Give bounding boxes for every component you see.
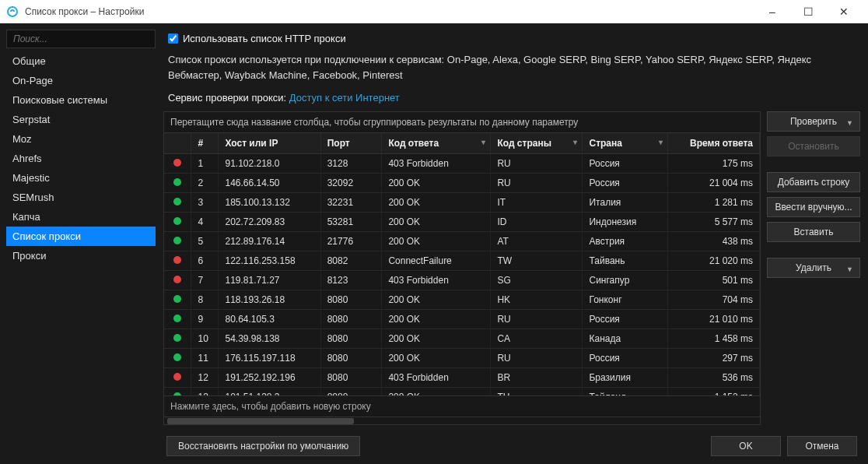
manual-entry-button[interactable]: Ввести вручную... xyxy=(767,197,860,217)
minimize-button[interactable]: – xyxy=(754,0,790,23)
cell-code: 200 OK xyxy=(382,232,491,251)
status-dot xyxy=(173,217,181,225)
action-buttons: Проверить▼ Остановить Добавить строку Вв… xyxy=(767,111,860,425)
table-row[interactable]: 8118.193.26.188080200 OKHKГонконг704 ms xyxy=(164,290,760,310)
sidebar-item[interactable]: Serpstat xyxy=(6,110,156,129)
cell-port: 8080 xyxy=(320,368,382,388)
filter-icon[interactable]: ▾ xyxy=(573,138,577,146)
cell-time: 536 ms xyxy=(667,368,759,388)
cell-code: 403 Forbidden xyxy=(382,368,491,388)
cell-country-code: BR xyxy=(491,368,583,388)
status-dot xyxy=(173,373,181,381)
col-num[interactable]: # xyxy=(191,133,219,154)
filter-icon[interactable]: ▾ xyxy=(481,138,485,146)
close-button[interactable]: ✕ xyxy=(826,0,862,23)
sidebar-item[interactable]: Поисковые системы xyxy=(6,90,156,110)
table-row[interactable]: 980.64.105.38080200 OKRUРоссия21 010 ms xyxy=(164,310,760,329)
titlebar: Список прокси – Настройки – ☐ ✕ xyxy=(0,0,868,23)
check-button[interactable]: Проверить▼ xyxy=(767,111,860,132)
cell-code: 403 Forbidden xyxy=(382,271,491,290)
cell-time: 704 ms xyxy=(667,290,759,310)
sidebar-item[interactable]: SEMrush xyxy=(6,188,156,207)
sidebar-item[interactable]: Общие xyxy=(6,51,156,71)
cell-host: 202.72.209.83 xyxy=(219,213,320,232)
status-dot xyxy=(173,237,181,244)
cell-port: 8080 xyxy=(320,349,382,368)
horizontal-scrollbar[interactable] xyxy=(164,417,760,424)
footer: Восстановить настройки по умолчанию OK О… xyxy=(163,431,860,458)
delete-button[interactable]: Удалить▼ xyxy=(767,258,860,278)
use-proxy-checkbox[interactable] xyxy=(168,33,178,44)
cell-country-code: ID xyxy=(491,213,583,232)
table-row[interactable]: 3185.100.13.13232231200 OKITИталия1 281 … xyxy=(164,193,760,213)
table-row[interactable]: 11176.115.197.1188080200 OKRUРоссия297 m… xyxy=(164,349,760,368)
sidebar-item[interactable]: Ahrefs xyxy=(6,149,156,168)
cell-host: 101.51.138.3 xyxy=(219,388,320,396)
cell-port: 8082 xyxy=(320,251,382,271)
table-row[interactable]: 1054.39.98.1388080200 OKCAКанада1 458 ms xyxy=(164,329,760,349)
col-host[interactable]: Хост или IP xyxy=(219,133,320,154)
maximize-button[interactable]: ☐ xyxy=(790,0,826,23)
sidebar: ОбщиеOn-PageПоисковые системыSerpstatMoz… xyxy=(3,26,159,461)
status-dot xyxy=(173,295,181,303)
sidebar-item[interactable]: Moz xyxy=(6,129,156,149)
add-row-button[interactable]: Добавить строку xyxy=(767,172,860,192)
table-row[interactable]: 191.102.218.03128403 ForbiddenRUРоссия17… xyxy=(164,154,760,174)
restore-defaults-button[interactable]: Восстановить настройки по умолчанию xyxy=(166,436,360,456)
cell-country: Россия xyxy=(583,310,667,329)
proxy-grid[interactable]: # Хост или IP Порт Код ответа▾ Код стран… xyxy=(164,133,760,395)
service-link[interactable]: Доступ к сети Интернет xyxy=(289,92,400,104)
sidebar-item[interactable]: Список прокси xyxy=(6,227,156,246)
group-by-hint[interactable]: Перетащите сюда название столбца, чтобы … xyxy=(164,112,760,133)
sidebar-item[interactable]: Majestic xyxy=(6,168,156,188)
app-icon xyxy=(6,5,19,18)
cell-num: 8 xyxy=(191,290,219,310)
cell-num: 2 xyxy=(191,174,219,193)
cell-country-code: TW xyxy=(491,251,583,271)
col-status[interactable] xyxy=(164,133,191,154)
sidebar-item[interactable]: On-Page xyxy=(6,71,156,90)
proxy-grid-panel: Перетащите сюда название столбца, чтобы … xyxy=(163,111,761,425)
col-country-code[interactable]: Код страны▾ xyxy=(491,133,583,154)
cell-country-code: AT xyxy=(491,232,583,251)
sidebar-item[interactable]: Прокси xyxy=(6,246,156,265)
cell-country-code: HK xyxy=(491,290,583,310)
table-row[interactable]: 7119.81.71.278123403 ForbiddenSGСингапур… xyxy=(164,271,760,290)
ok-button[interactable]: OK xyxy=(711,436,781,456)
cell-port: 8080 xyxy=(320,290,382,310)
filter-icon[interactable]: ▾ xyxy=(659,138,663,146)
col-country[interactable]: Страна▾ xyxy=(583,133,667,154)
cell-num: 9 xyxy=(191,310,219,329)
cell-num: 10 xyxy=(191,329,219,349)
cell-country: Канада xyxy=(583,329,667,349)
table-row[interactable]: 6122.116.253.1588082ConnectFailureTWТайв… xyxy=(164,251,760,271)
cancel-button[interactable]: Отмена xyxy=(787,436,857,456)
cell-code: 200 OK xyxy=(382,213,491,232)
cell-time: 175 ms xyxy=(667,154,759,174)
status-dot xyxy=(173,198,181,206)
col-code[interactable]: Код ответа▾ xyxy=(382,133,491,154)
paste-button[interactable]: Вставить xyxy=(767,222,860,242)
cell-port: 32092 xyxy=(320,174,382,193)
table-row[interactable]: 2146.66.14.5032092200 OKRUРоссия21 004 m… xyxy=(164,174,760,193)
cell-code: 200 OK xyxy=(382,310,491,329)
cell-host: 146.66.14.50 xyxy=(219,174,320,193)
svg-point-0 xyxy=(8,7,17,16)
chevron-down-icon: ▼ xyxy=(846,264,853,275)
col-port[interactable]: Порт xyxy=(320,133,382,154)
cell-time: 501 ms xyxy=(667,271,759,290)
add-row-placeholder[interactable]: Нажмите здесь, чтобы добавить новую стро… xyxy=(164,395,760,417)
table-row[interactable]: 13101.51.138.38080200 OKTHТайланд1 152 m… xyxy=(164,388,760,396)
cell-country: Тайвань xyxy=(583,251,667,271)
cell-host: 54.39.98.138 xyxy=(219,329,320,349)
sidebar-item[interactable]: Капча xyxy=(6,207,156,227)
cell-country: Бразилия xyxy=(583,368,667,388)
col-time[interactable]: Время ответа xyxy=(667,133,759,154)
cell-time: 1 281 ms xyxy=(667,193,759,213)
search-input[interactable] xyxy=(6,30,156,48)
table-row[interactable]: 5212.89.176.1421776200 OKATАвстрия438 ms xyxy=(164,232,760,251)
table-row[interactable]: 4202.72.209.8353281200 OKIDИндонезия5 57… xyxy=(164,213,760,232)
cell-country: Италия xyxy=(583,193,667,213)
table-row[interactable]: 12191.252.192.1968080403 ForbiddenBRБраз… xyxy=(164,368,760,388)
cell-num: 12 xyxy=(191,368,219,388)
